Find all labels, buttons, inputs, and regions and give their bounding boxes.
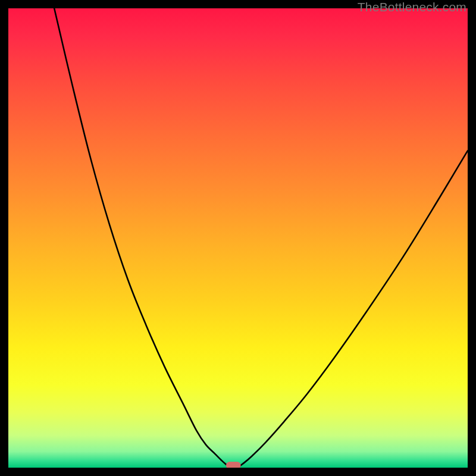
watermark-text: TheBottleneck.com — [358, 0, 466, 14]
optimum-marker — [226, 462, 241, 468]
bottleneck-chart — [8, 8, 468, 468]
gradient-background — [8, 8, 468, 468]
